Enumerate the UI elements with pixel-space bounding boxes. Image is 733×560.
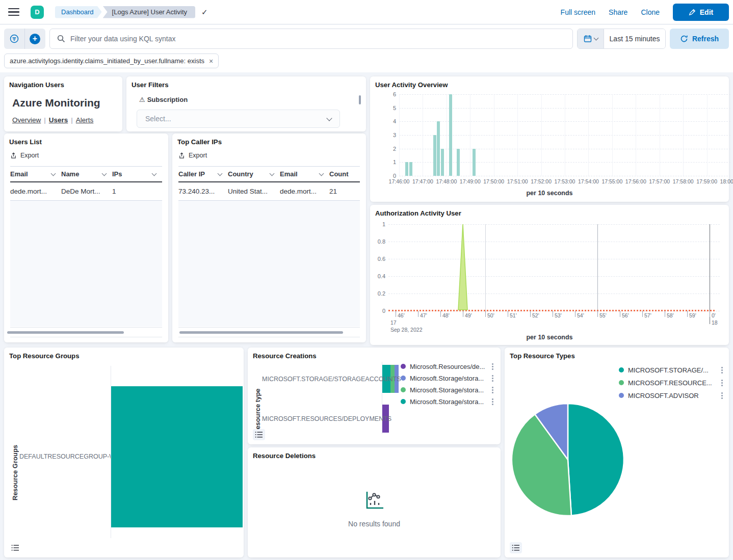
x-end-hour: 18 (712, 319, 718, 326)
y-tick-label: 0.4 (374, 273, 385, 279)
legend-menu-icon[interactable] (492, 375, 493, 382)
legend-item[interactable]: Microsoft.Storage/stora... (401, 386, 493, 393)
chevron-down-icon (593, 36, 598, 41)
column-header-email[interactable]: Email (10, 170, 61, 178)
legend-menu-icon[interactable] (492, 363, 493, 370)
full-screen-link[interactable]: Full screen (561, 8, 595, 16)
subscription-field-label: ⚠ Subscription (126, 89, 366, 103)
breadcrumb-dashboard[interactable]: Dashboard (55, 6, 102, 18)
cell-email: dede.mort... (10, 188, 61, 195)
panel-scrollbar[interactable] (359, 95, 361, 104)
y-tick-label: 3 (385, 132, 396, 138)
nav-link-alerts[interactable]: Alerts (76, 116, 94, 124)
panel-user-filters: User Filters ⚠ Subscription Select... (126, 76, 366, 131)
legend-toggle-button[interactable] (510, 542, 522, 553)
legend-label: Microsoft.Storage/stora... (410, 398, 488, 406)
legend-toggle-button[interactable] (9, 542, 21, 553)
x-tick (530, 311, 531, 317)
x-tick-label: 17:53:00 (555, 178, 575, 184)
nav-link-users[interactable]: Users (49, 116, 68, 124)
top-navigation-bar: D Dashboard [Logs Azure] User Activity ✓… (0, 0, 733, 24)
legend-list-icon (512, 544, 520, 551)
y-axis-title: Resource Groups (11, 419, 19, 500)
x-tick-label: 59' (689, 312, 696, 318)
horizontal-scrollbar[interactable] (179, 331, 343, 334)
x-tick-label: 17:52:00 (531, 178, 552, 184)
x-tick-label: 17:56:00 (625, 178, 646, 184)
panel-resource-deletions: Resource Deletions No results found (248, 447, 501, 557)
clone-link[interactable]: Clone (641, 8, 660, 16)
refresh-icon (680, 35, 688, 43)
legend-dot (401, 387, 406, 392)
y-tick-label: 5 (385, 105, 396, 111)
cell-name: DeDe Mort... (61, 188, 112, 195)
y-tick-label: 0.6 (374, 256, 385, 262)
x-tick (440, 311, 441, 317)
export-button[interactable]: Export (10, 152, 39, 159)
column-header-country[interactable]: Country (228, 170, 280, 178)
export-button[interactable]: Export (178, 152, 207, 159)
x-tick-label: 18:00:00 (720, 178, 733, 184)
menu-toggle-button[interactable] (8, 8, 19, 16)
authorization-activity-chart: 00.20.40.60.8146'47'48'49'50'51'52'53'54… (388, 224, 720, 311)
add-filter-button[interactable]: + (24, 29, 45, 49)
remove-filter-icon[interactable]: × (209, 57, 213, 65)
table-header: Caller IP Country Email Count (178, 166, 360, 182)
date-picker-calendar-button[interactable] (578, 29, 604, 48)
legend-toggle-button[interactable] (253, 429, 265, 440)
scrollbar-track-line (10, 337, 162, 337)
nav-link-overview[interactable]: Overview (12, 116, 41, 124)
filter-pill[interactable]: azure.activitylogs.identity.claims_initi… (4, 54, 219, 68)
legend-list-icon (11, 544, 19, 551)
horizontal-scrollbar[interactable] (7, 331, 124, 334)
link-separator: | (44, 116, 46, 124)
column-header-ips[interactable]: IPs (112, 170, 162, 178)
table-row[interactable]: dede.mort... DeDe Mort... 1 (10, 182, 162, 201)
column-header-email[interactable]: Email (280, 170, 329, 178)
x-tick-label: 0' (712, 312, 716, 318)
space-avatar[interactable]: D (31, 6, 44, 19)
refresh-button-label: Refresh (692, 35, 719, 43)
legend-menu-icon[interactable] (492, 387, 493, 393)
y-tick-label: 1 (374, 221, 385, 227)
breadcrumb-current[interactable]: [Logs Azure] User Activity (103, 6, 195, 18)
x-tick (710, 311, 710, 317)
x-axis-labels: 17:46:0017:47:0017:48:0017:49:0017:50:00… (399, 178, 730, 185)
x-tick-label: 17:57:00 (649, 178, 670, 184)
export-label: Export (20, 152, 39, 159)
share-link[interactable]: Share (609, 8, 627, 16)
chart-legend: Microsoft.Resources/de...Microsoft.Stora… (401, 363, 493, 405)
table-row[interactable]: 73.240.23... United Stat... dede.mort...… (178, 182, 360, 201)
legend-label: Microsoft.Storage/stora... (410, 375, 488, 382)
legend-item[interactable]: Microsoft.Storage/stora... (401, 398, 493, 405)
x-tick-label: 17:55:00 (601, 178, 622, 184)
saved-query-menu-button[interactable] (4, 29, 24, 49)
edit-button[interactable]: Edit (673, 4, 729, 21)
subscription-label-text: Subscription (147, 96, 188, 103)
activity-overview-chart: 0123456 (399, 94, 730, 176)
column-header-count[interactable]: Count (329, 170, 360, 178)
panel-title: Top Caller IPs (172, 134, 366, 146)
gridline (660, 94, 660, 176)
x-tick-label: 51' (510, 312, 517, 318)
resource-types-pie-chart[interactable] (505, 348, 729, 557)
subscription-select[interactable]: Select... (137, 110, 340, 128)
chevron-down-icon (326, 115, 332, 121)
activity-bar (473, 149, 476, 176)
gridline (612, 94, 613, 176)
x-tick (620, 311, 620, 317)
pie-slice[interactable] (568, 404, 624, 516)
refresh-button[interactable]: Refresh (670, 29, 729, 49)
column-header-caller-ip[interactable]: Caller IP (178, 170, 228, 178)
resource-group-bar[interactable] (111, 386, 243, 527)
time-range-button[interactable]: Last 15 minutes (604, 29, 665, 48)
legend-menu-icon[interactable] (492, 398, 493, 405)
column-header-name[interactable]: Name (61, 170, 112, 178)
filter-buttons-group: + (4, 29, 45, 49)
panel-user-activity-overview: User Activity Overview 0123456 17:46:001… (370, 76, 729, 202)
legend-item[interactable]: Microsoft.Storage/stora... (401, 375, 493, 382)
x-start-hour: 17 (390, 319, 397, 326)
x-tick-label: 53' (555, 312, 562, 318)
legend-item[interactable]: Microsoft.Resources/de... (401, 363, 493, 370)
kql-search-input[interactable]: Filter your data using KQL syntax (49, 29, 573, 49)
